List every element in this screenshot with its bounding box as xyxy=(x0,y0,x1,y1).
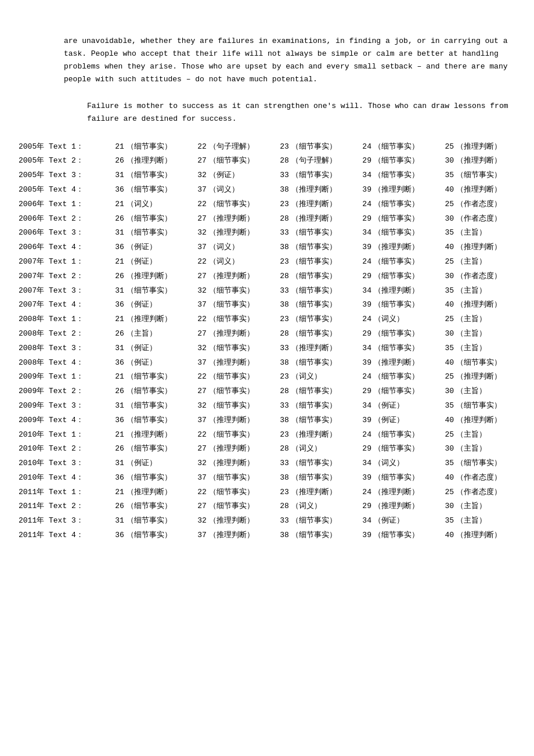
item-type: （推理判断） xyxy=(290,341,352,356)
item-number: 35 xyxy=(434,456,455,471)
item-type: （细节事实） xyxy=(290,168,352,183)
item-number: 28 xyxy=(269,269,290,284)
item-type: （细节事实） xyxy=(208,312,269,327)
item-type: （细节事实） xyxy=(125,528,187,543)
item-number: 27 xyxy=(187,384,208,399)
item-number: 32 xyxy=(187,399,208,413)
item-type: （主旨） xyxy=(455,442,517,456)
item-number: 21 xyxy=(104,197,125,212)
item-number: 39 xyxy=(352,183,373,197)
item-number: 30 xyxy=(434,327,455,341)
item-type: （推理判断） xyxy=(373,356,434,370)
table-row: 2006年 Text 1：21（词义）22（细节事实）23（推理判断）24（细节… xyxy=(17,197,517,212)
item-type: （细节事实） xyxy=(125,514,187,528)
item-number: 32 xyxy=(187,514,208,528)
item-type: （细节事实） xyxy=(290,284,352,298)
item-number: 39 xyxy=(352,240,373,255)
item-type: （作者态度） xyxy=(455,212,517,226)
item-type: （细节事实） xyxy=(373,269,434,284)
item-number: 25 xyxy=(434,140,455,154)
item-type: （例证） xyxy=(125,356,187,370)
paragraph-2: Failure is mother to success as it can s… xyxy=(17,100,517,125)
item-type: （主旨） xyxy=(455,514,517,528)
item-number: 25 xyxy=(434,428,455,442)
item-number: 37 xyxy=(187,356,208,370)
table-row: 2007年 Text 1：21（例证）22（词义）23（细节事实）24（细节事实… xyxy=(17,255,517,269)
item-type: （细节事实） xyxy=(373,212,434,226)
data-table: 2005年 Text 1：21（细节事实）22（句子理解）23（细节事实）24（… xyxy=(17,140,517,543)
item-type: （细节事实） xyxy=(125,399,187,413)
table-row: 2010年 Text 4：36（细节事实）37（细节事实）38（细节事实）39（… xyxy=(17,471,517,485)
item-number: 40 xyxy=(434,413,455,428)
item-number: 37 xyxy=(187,413,208,428)
item-type: （主旨） xyxy=(455,499,517,514)
item-number: 24 xyxy=(352,428,373,442)
item-type: （细节事实） xyxy=(455,456,517,471)
item-number: 25 xyxy=(434,312,455,327)
year-label: 2011年 Text 4： xyxy=(17,528,104,543)
item-number: 24 xyxy=(352,255,373,269)
item-number: 22 xyxy=(187,485,208,500)
item-number: 21 xyxy=(104,255,125,269)
item-number: 23 xyxy=(269,197,290,212)
item-type: （推理判断） xyxy=(455,240,517,255)
year-label: 2011年 Text 2： xyxy=(17,499,104,514)
item-type: （推理判断） xyxy=(208,212,269,226)
item-number: 39 xyxy=(352,471,373,485)
item-type: （作者态度） xyxy=(455,471,517,485)
item-number: 22 xyxy=(187,197,208,212)
item-type: （推理判断） xyxy=(290,428,352,442)
item-type: （作者态度） xyxy=(455,485,517,500)
item-number: 31 xyxy=(104,399,125,413)
item-type: （推理判断） xyxy=(373,499,434,514)
item-type: （推理判断） xyxy=(125,428,187,442)
item-type: （细节事实） xyxy=(373,140,434,154)
item-number: 38 xyxy=(269,183,290,197)
item-number: 35 xyxy=(434,284,455,298)
item-type: （推理判断） xyxy=(208,514,269,528)
item-number: 36 xyxy=(104,183,125,197)
item-number: 31 xyxy=(104,341,125,356)
table-row: 2006年 Text 4：36（例证）37（词义）38（细节事实）39（推理判断… xyxy=(17,240,517,255)
item-type: （推理判断） xyxy=(290,183,352,197)
year-label: 2007年 Text 2： xyxy=(17,269,104,284)
item-type: （主旨） xyxy=(455,226,517,240)
item-type: （细节事实） xyxy=(373,168,434,183)
item-type: （细节事实） xyxy=(290,298,352,312)
table-row: 2005年 Text 2：26（推理判断）27（细节事实）28（句子理解）29（… xyxy=(17,154,517,168)
item-type: （词义） xyxy=(208,183,269,197)
item-number: 39 xyxy=(352,356,373,370)
item-number: 23 xyxy=(269,370,290,384)
year-label: 2009年 Text 1： xyxy=(17,370,104,384)
item-type: （主旨） xyxy=(455,341,517,356)
item-type: （细节事实） xyxy=(125,471,187,485)
table-row: 2009年 Text 1：21（细节事实）22（细节事实）23（词义）24（细节… xyxy=(17,370,517,384)
year-label: 2010年 Text 4： xyxy=(17,471,104,485)
item-type: （例证） xyxy=(373,514,434,528)
item-number: 34 xyxy=(352,284,373,298)
item-number: 35 xyxy=(434,168,455,183)
table-row: 2010年 Text 3：31（例证）32（推理判断）33（细节事实）34（词义… xyxy=(17,456,517,471)
item-type: （推理判断） xyxy=(455,183,517,197)
item-number: 28 xyxy=(269,212,290,226)
item-type: （推理判断） xyxy=(455,528,517,543)
item-type: （细节事实） xyxy=(208,428,269,442)
item-type: （例证） xyxy=(125,298,187,312)
table-row: 2008年 Text 2：26（主旨）27（推理判断）28（细节事实）29（细节… xyxy=(17,327,517,341)
item-number: 40 xyxy=(434,356,455,370)
table-row: 2011年 Text 2：26（细节事实）27（细节事实）28（词义）29（推理… xyxy=(17,499,517,514)
item-number: 27 xyxy=(187,327,208,341)
item-number: 37 xyxy=(187,240,208,255)
table-row: 2005年 Text 1：21（细节事实）22（句子理解）23（细节事实）24（… xyxy=(17,140,517,154)
item-type: （细节事实） xyxy=(373,298,434,312)
item-type: （细节事实） xyxy=(290,312,352,327)
item-number: 21 xyxy=(104,140,125,154)
item-number: 35 xyxy=(434,341,455,356)
item-number: 22 xyxy=(187,140,208,154)
paragraph-1: are unavoidable, whether they are failur… xyxy=(17,35,517,86)
item-number: 33 xyxy=(269,226,290,240)
year-label: 2010年 Text 3： xyxy=(17,456,104,471)
item-number: 40 xyxy=(434,528,455,543)
item-type: （推理判断） xyxy=(208,269,269,284)
table-row: 2007年 Text 2：26（推理判断）27（推理判断）28（细节事实）29（… xyxy=(17,269,517,284)
